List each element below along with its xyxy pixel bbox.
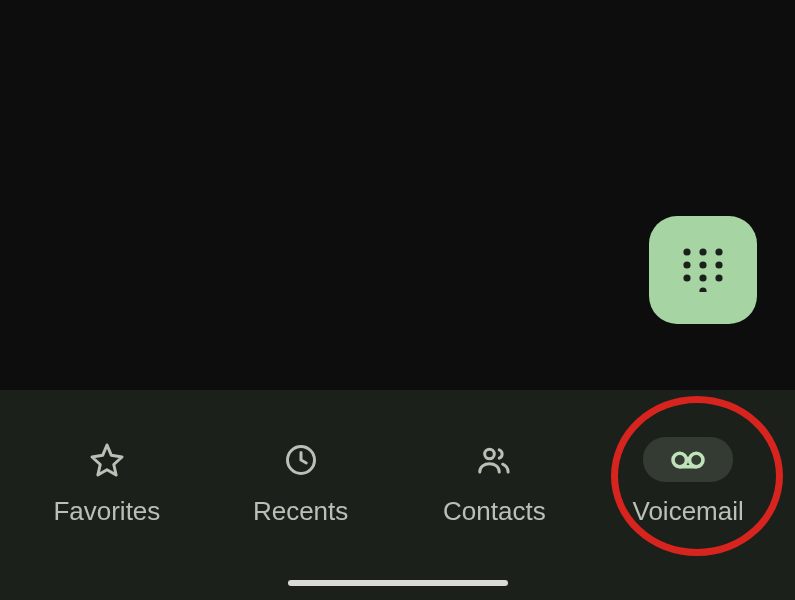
svg-point-13 xyxy=(690,453,704,467)
svg-point-9 xyxy=(699,287,706,292)
nav-label-favorites: Favorites xyxy=(53,496,160,527)
svg-point-12 xyxy=(673,453,687,467)
people-icon xyxy=(476,442,512,478)
nav-items: Favorites Recents xyxy=(0,390,795,574)
nav-icon-wrap-active xyxy=(643,437,733,482)
bottom-navigation: Favorites Recents xyxy=(0,390,795,600)
voicemail-icon xyxy=(670,442,706,478)
svg-point-5 xyxy=(715,261,722,268)
nav-item-favorites[interactable]: Favorites xyxy=(10,437,204,527)
svg-point-2 xyxy=(715,248,722,255)
nav-icon-wrap xyxy=(62,437,152,482)
gesture-handle[interactable] xyxy=(288,580,508,586)
svg-point-4 xyxy=(699,261,706,268)
svg-point-11 xyxy=(485,449,495,459)
svg-point-6 xyxy=(683,274,690,281)
nav-label-recents: Recents xyxy=(253,496,348,527)
nav-label-contacts: Contacts xyxy=(443,496,546,527)
clock-icon xyxy=(283,442,319,478)
nav-item-contacts[interactable]: Contacts xyxy=(398,437,592,527)
svg-point-8 xyxy=(715,274,722,281)
svg-point-3 xyxy=(683,261,690,268)
nav-icon-wrap xyxy=(256,437,346,482)
star-icon xyxy=(89,442,125,478)
nav-item-recents[interactable]: Recents xyxy=(204,437,398,527)
dialpad-button[interactable] xyxy=(649,216,757,324)
svg-point-0 xyxy=(683,248,690,255)
nav-label-voicemail: Voicemail xyxy=(632,496,743,527)
nav-icon-wrap xyxy=(449,437,539,482)
nav-item-voicemail[interactable]: Voicemail xyxy=(591,437,785,527)
svg-point-7 xyxy=(699,274,706,281)
svg-point-1 xyxy=(699,248,706,255)
dialpad-icon xyxy=(679,244,727,296)
